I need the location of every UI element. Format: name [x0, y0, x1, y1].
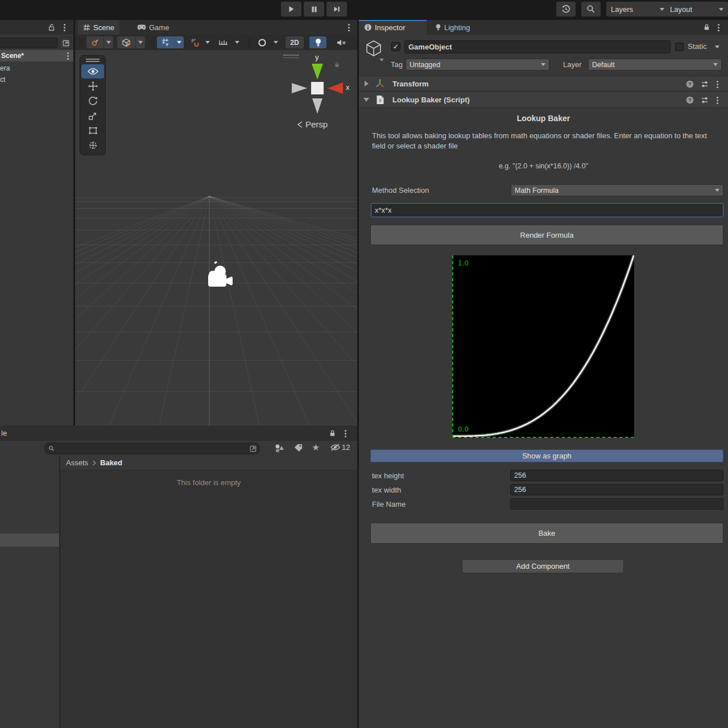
hierarchy-item-gameobject[interactable]: ct — [0, 74, 73, 85]
transform-tool-button[interactable] — [81, 138, 104, 152]
scene-toolbar: Y — [75, 35, 357, 50]
formula-input[interactable] — [371, 203, 723, 217]
snap-settings-button[interactable] — [187, 36, 212, 48]
orientation-gizmo[interactable]: y x — [286, 57, 349, 119]
project-folder-tree[interactable] — [0, 456, 59, 728]
chevron-down-icon[interactable] — [271, 36, 280, 48]
help-icon[interactable]: ? — [686, 96, 694, 104]
scene-lighting-toggle[interactable] — [309, 36, 326, 48]
tab-scene[interactable]: Scene — [78, 20, 119, 35]
handle-orientation-button[interactable] — [117, 36, 145, 48]
breadcrumb-current[interactable]: Baked — [100, 458, 122, 467]
undo-history-button[interactable] — [556, 2, 576, 16]
file-name-input[interactable] — [510, 498, 723, 510]
pause-button[interactable] — [304, 2, 324, 16]
hierarchy-search-input[interactable] — [0, 38, 58, 48]
inspector-menu-kebab-icon[interactable] — [718, 27, 719, 28]
step-button[interactable] — [326, 2, 347, 16]
render-formula-button[interactable]: Render Formula — [370, 225, 723, 245]
view-tool-button[interactable] — [81, 64, 104, 78]
tex-width-input[interactable] — [510, 484, 723, 495]
component-kebab-icon[interactable] — [717, 100, 718, 101]
presets-icon[interactable] — [701, 96, 709, 104]
audio-muted-icon — [337, 39, 346, 47]
chevron-down-icon[interactable] — [202, 36, 212, 48]
gameobject-name-input[interactable] — [404, 40, 671, 53]
tag-dropdown[interactable]: Untagged — [406, 59, 549, 71]
static-checkbox[interactable] — [675, 43, 684, 51]
hierarchy-menu-kebab-icon[interactable] — [64, 27, 65, 28]
main-toolbar: Layers Layout — [0, 0, 728, 18]
projection-mode-label[interactable]: Persp — [297, 119, 328, 129]
presets-icon[interactable] — [701, 80, 709, 88]
play-button[interactable] — [281, 2, 301, 16]
gameobject-cube-icon[interactable] — [365, 39, 383, 57]
render-doodads-button[interactable] — [254, 36, 280, 48]
tab-lighting[interactable]: Lighting — [430, 20, 475, 35]
layers-dropdown[interactable]: Layers — [606, 2, 669, 16]
scene-menu-kebab-icon[interactable] — [348, 27, 350, 28]
bake-button[interactable]: Bake — [370, 523, 723, 544]
open-new-window-icon[interactable] — [250, 445, 257, 452]
tab-inspector[interactable]: Inspector — [359, 20, 427, 35]
hierarchy-detach-search-button[interactable] — [60, 37, 72, 49]
rect-tool-button[interactable] — [81, 123, 104, 138]
breadcrumb-root[interactable]: Assets — [66, 458, 88, 467]
gameobject-enabled-checkbox[interactable]: ✓ — [391, 42, 400, 51]
toggle-2d-button[interactable]: 2D — [286, 36, 304, 48]
grid-y-icon: Y — [157, 36, 174, 48]
axis-cone-white-left — [292, 83, 307, 93]
layout-dropdown[interactable]: Layout — [665, 2, 728, 16]
lock-icon[interactable] — [703, 23, 710, 31]
chevron-down-icon[interactable] — [135, 36, 145, 48]
foldout-arrow-icon[interactable] — [365, 81, 369, 86]
pause-icon — [311, 6, 318, 13]
hidden-items-toggle[interactable]: 12 — [330, 443, 350, 452]
tex-height-input[interactable] — [510, 470, 723, 481]
method-selection-label: Method Selection — [372, 186, 429, 195]
method-selection-dropdown[interactable]: Math Formula — [511, 184, 723, 196]
static-flags-caret[interactable] — [715, 46, 719, 48]
scene-viewport[interactable]: y x Persp — [75, 50, 357, 425]
help-icon[interactable]: ? — [686, 80, 694, 88]
project-tree-selected-row[interactable] — [0, 533, 59, 547]
chevron-down-icon[interactable] — [232, 36, 242, 48]
search-everything-button[interactable] — [581, 2, 601, 16]
project-menu-kebab-icon[interactable] — [345, 433, 346, 435]
camera-gizmo-icon[interactable] — [205, 259, 234, 292]
saved-search-star-icon[interactable]: ★ — [312, 442, 320, 453]
lock-icon[interactable] — [329, 429, 336, 437]
layers-dropdown-label: Layers — [611, 5, 633, 14]
hierarchy-scene-row[interactable]: Scene* — [0, 50, 73, 61]
component-kebab-icon[interactable] — [717, 84, 718, 85]
snap-increment-button[interactable] — [215, 36, 242, 48]
transform-component-header[interactable]: Transform ? — [359, 76, 728, 92]
add-component-button[interactable]: Add Component — [462, 559, 624, 573]
search-by-type-icon[interactable] — [274, 443, 284, 453]
icon-picker-caret[interactable] — [379, 59, 384, 61]
tab-game-label: Game — [149, 23, 169, 32]
foldout-arrow-icon[interactable] — [363, 98, 369, 102]
graph-bottom-label: 0.0 — [458, 425, 469, 433]
lookup-baker-component-header[interactable]: # Lookup Baker (Script) ? — [359, 92, 728, 108]
chevron-down-icon[interactable] — [104, 36, 113, 48]
grid-visibility-button[interactable]: Y — [157, 36, 184, 48]
overlay-drag-handle[interactable] — [81, 57, 104, 64]
hierarchy-panel: Scene* era ct — [0, 20, 73, 425]
scene-audio-toggle[interactable] — [332, 36, 350, 48]
project-search-input[interactable] — [55, 444, 250, 453]
hierarchy-item-camera[interactable]: era — [0, 63, 73, 74]
rotate-tool-button[interactable] — [81, 94, 104, 108]
project-search-field[interactable] — [44, 442, 260, 454]
tool-settings-button[interactable] — [86, 36, 113, 48]
layer-dropdown[interactable]: Default — [588, 59, 722, 71]
unlock-icon[interactable] — [48, 23, 56, 31]
search-by-label-icon[interactable] — [293, 443, 303, 453]
tab-game[interactable]: Game — [132, 20, 174, 35]
move-tool-button[interactable] — [81, 79, 104, 93]
show-as-graph-button[interactable]: Show as graph — [370, 449, 723, 462]
scale-tool-button[interactable] — [81, 109, 104, 123]
scene-row-kebab-icon[interactable] — [67, 55, 69, 57]
chevron-down-icon[interactable] — [174, 36, 184, 48]
project-tab-label[interactable]: le — [1, 429, 7, 437]
